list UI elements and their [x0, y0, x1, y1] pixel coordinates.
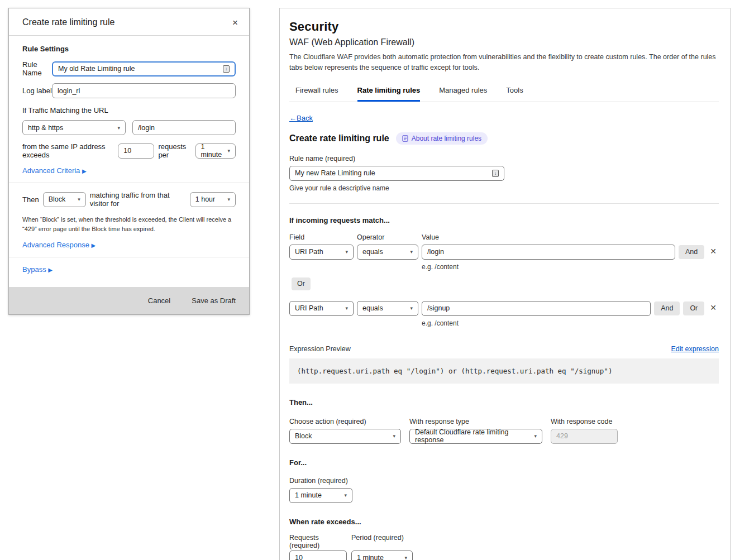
operator-value: equals	[362, 248, 383, 256]
rate-period-select[interactable]: 1 minute ▾	[351, 551, 413, 560]
document-icon	[402, 135, 408, 142]
tab-firewall-rules[interactable]: Firewall rules	[295, 83, 338, 102]
autofill-icon: ↓	[223, 65, 230, 73]
duration-select[interactable]: 1 minute ▾	[289, 488, 352, 503]
bypass-label: Bypass	[22, 265, 46, 274]
value-column: /login e.g. /content	[422, 245, 675, 271]
or-button[interactable]: Or	[683, 301, 704, 315]
requests-value: 10	[123, 147, 131, 155]
field-select[interactable]: URI Path ▾	[289, 301, 354, 316]
or-button[interactable]: Or	[292, 277, 311, 290]
chevron-down-icon: ▾	[227, 148, 230, 154]
rule-name-input[interactable]: My old Rate Limiting rule ↓	[52, 61, 236, 76]
value-input[interactable]: /signup	[422, 301, 651, 316]
action-value: Block	[49, 195, 66, 203]
operator-value: equals	[362, 304, 383, 312]
chevron-down-icon: ▾	[344, 492, 347, 498]
tab-bar: Firewall rules Rate limiting rules Manag…	[289, 83, 719, 102]
action-column: Choose action (required) Block ▾	[289, 408, 401, 444]
bypass-link[interactable]: Bypass ▶	[22, 265, 236, 274]
about-badge-label: About rate limiting rules	[412, 135, 481, 142]
chevron-down-icon: ▾	[78, 197, 80, 202]
for-heading: For...	[289, 458, 719, 467]
expression-code: (http.request.uri.path eq "/login") or (…	[289, 358, 719, 384]
edit-expression-link[interactable]: Edit expression	[671, 345, 719, 353]
traffic-match-label: If Traffic Matching the URL	[22, 106, 236, 114]
url-input[interactable]: /login	[132, 120, 236, 135]
chevron-down-icon: ▾	[410, 305, 413, 311]
period-value: 1 minute	[201, 143, 225, 159]
advanced-criteria-link[interactable]: Advanced Criteria ▶	[22, 166, 236, 175]
chevron-down-icon: ▾	[404, 555, 407, 560]
value-text: /login	[427, 248, 444, 256]
duration-select[interactable]: 1 hour ▾	[190, 192, 236, 207]
field-value: URI Path	[295, 304, 323, 312]
duration-value: 1 minute	[295, 491, 322, 499]
scheme-value: http & https	[28, 124, 63, 132]
close-icon[interactable]: ×	[232, 18, 238, 27]
back-link[interactable]: ←Back	[289, 114, 313, 122]
then-row: Then Block ▾ matching traffic from that …	[22, 191, 236, 208]
cancel-button[interactable]: Cancel	[148, 296, 170, 305]
advanced-criteria-label: Advanced Criteria	[22, 166, 80, 175]
response-type-column: With response type Default Cloudflare ra…	[409, 408, 542, 444]
period-select[interactable]: 1 minute ▾	[195, 143, 236, 159]
remove-condition-icon[interactable]: ✕	[708, 247, 719, 256]
chevron-down-icon: ▾	[410, 249, 413, 255]
tab-rate-limiting-rules[interactable]: Rate limiting rules	[357, 83, 421, 102]
condition-column-labels: Field Operator Value	[289, 233, 719, 241]
then-controls: Choose action (required) Block ▾ With re…	[289, 408, 719, 444]
value-input[interactable]: /login	[422, 245, 675, 260]
requests-label: Requests (required)	[289, 534, 347, 549]
form-heading: Create rate limiting rule	[289, 133, 389, 143]
and-button[interactable]: And	[654, 301, 680, 315]
log-label-value: login_rl	[58, 87, 80, 95]
rule-name-input[interactable]: My new Rate Limiting rule ↓	[289, 166, 504, 181]
triangle-right-icon: ▶	[48, 267, 52, 273]
dialog-footer: Cancel Save as Draft	[9, 287, 249, 314]
autofill-icon: ↓	[492, 170, 499, 177]
duration-value: 1 hour	[195, 195, 215, 203]
response-type-label: With response type	[409, 418, 542, 425]
page-title: Security	[289, 20, 719, 34]
operator-select[interactable]: equals ▾	[357, 301, 418, 316]
duration-label: Duration (required)	[289, 477, 719, 485]
rule-name-helper: Give your rule a descriptive name	[289, 184, 719, 192]
block-note: When “Block” is set, when the threshold …	[22, 215, 236, 234]
scheme-select[interactable]: http & https ▾	[22, 120, 126, 135]
operator-select[interactable]: equals ▾	[357, 245, 418, 260]
divider	[9, 257, 249, 257]
tab-tools[interactable]: Tools	[506, 83, 523, 102]
chevron-down-icon: ▾	[117, 125, 120, 131]
page-subtitle: WAF (Web Application Firewall)	[289, 37, 719, 47]
operator-column-label: Operator	[357, 233, 418, 241]
and-button[interactable]: And	[679, 245, 704, 259]
requests-input[interactable]: 10	[118, 143, 154, 159]
action-select[interactable]: Block ▾	[43, 192, 86, 207]
back-label: Back	[297, 114, 313, 122]
log-label-input[interactable]: login_rl	[52, 83, 236, 98]
response-type-select[interactable]: Default Cloudflare rate limiting respons…	[409, 429, 542, 444]
expression-header: Expression Preview Edit expression	[289, 345, 719, 353]
dialog-title: Create rate limiting rule	[22, 17, 114, 27]
action-select[interactable]: Block ▾	[289, 429, 401, 444]
requests-input[interactable]: 10	[289, 551, 347, 560]
waf-panel: Security WAF (Web Application Firewall) …	[279, 8, 731, 560]
field-select[interactable]: URI Path ▾	[289, 245, 354, 260]
triangle-right-icon: ▶	[82, 168, 87, 174]
chevron-down-icon: ▾	[534, 433, 537, 439]
value-column: /signup e.g. /content	[422, 301, 651, 327]
about-rate-limiting-badge[interactable]: About rate limiting rules	[396, 132, 488, 145]
rule-name-row: Rule Name My old Rate Limiting rule ↓	[22, 60, 236, 77]
divider	[289, 203, 719, 204]
triangle-right-icon: ▶	[92, 242, 96, 248]
match-heading: If incoming requests match...	[289, 216, 719, 224]
then-middle: matching traffic from that visitor for	[90, 191, 186, 208]
response-code-value: 429	[556, 432, 568, 440]
condition-row: URI Path ▾ equals ▾ /signup e.g. /conten…	[289, 301, 719, 327]
expression-preview-label: Expression Preview	[289, 345, 351, 353]
advanced-response-link[interactable]: Advanced Response ▶	[22, 241, 236, 249]
tab-managed-rules[interactable]: Managed rules	[439, 83, 487, 102]
remove-condition-icon[interactable]: ✕	[708, 303, 719, 312]
save-as-draft-button[interactable]: Save as Draft	[192, 296, 236, 305]
